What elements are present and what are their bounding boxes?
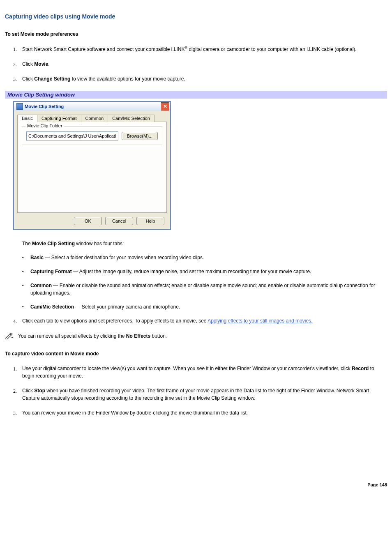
tab-capturing-format[interactable]: Capturing Format: [37, 115, 81, 122]
step-number: 3.: [13, 410, 17, 417]
bold-term: Cam/Mic Selection: [30, 304, 74, 310]
tab-panel-basic: Movie Clip Folder Browse(M)...: [17, 122, 167, 213]
list-item: Cam/Mic Selection — Select your primary …: [22, 303, 387, 311]
step-2: 2. Click Stop when you have finished rec…: [5, 387, 387, 402]
step-text: to view the available options for your m…: [70, 76, 185, 82]
step-4-container: 4. Click each tab to view options and se…: [5, 317, 387, 325]
note-text: You can remove all special effects by cl…: [18, 333, 167, 339]
step-3: 3. You can review your movie in the Find…: [5, 409, 387, 417]
note: You can remove all special effects by cl…: [5, 333, 387, 339]
bold-term: Record: [352, 366, 369, 371]
step-2: 2. Click Movie.: [5, 60, 387, 68]
bold-term: Stop: [34, 388, 45, 394]
list-item: Common — Enable or disable the sound and…: [22, 282, 387, 297]
list-item: Capturing Format — Adjust the image qual…: [22, 268, 387, 275]
capture-steps: 1. Use your digital camcorder to locate …: [5, 365, 387, 417]
section-heading-preferences: To set Movie mode preferences: [5, 31, 387, 37]
page-number: Page 148: [5, 482, 387, 487]
bold-term: Basic: [30, 255, 44, 260]
step-number: 4.: [13, 318, 17, 325]
page-title: Capturing video clips using Movie mode: [5, 13, 387, 20]
step-1: 1. Use your digital camcorder to locate …: [5, 365, 387, 380]
step-text: Click each tab to view options and set p…: [22, 318, 208, 324]
bold-term: Movie: [34, 61, 48, 67]
step-text: when you have finished recording your vi…: [22, 388, 369, 401]
cancel-button[interactable]: Cancel: [105, 217, 133, 225]
step-text: Start Network Smart Capture software and…: [22, 46, 185, 52]
step-text: You can review your movie in the Finder …: [22, 410, 248, 416]
step-number: 2.: [13, 61, 17, 68]
step-text: Click: [22, 61, 34, 67]
step-4: 4. Click each tab to view options and se…: [5, 317, 387, 325]
step-text: Click: [22, 388, 34, 394]
ok-button[interactable]: OK: [74, 217, 102, 225]
help-button[interactable]: Help: [136, 217, 164, 225]
dialog-title: Movie Clip Setting: [25, 104, 64, 109]
tab-description-list: Basic — Select a folder destination for …: [22, 254, 387, 311]
step-number: 2.: [13, 387, 17, 395]
browse-button[interactable]: Browse(M)...: [122, 132, 158, 140]
bold-term: Common: [30, 283, 52, 288]
bold-term: No Effects: [126, 333, 150, 339]
close-icon[interactable]: ✕: [161, 102, 169, 111]
step-text: digital camera or camcorder to your comp…: [187, 46, 357, 52]
preferences-steps: 1. Start Network Smart Capture software …: [5, 45, 387, 83]
step-1: 1. Start Network Smart Capture software …: [5, 45, 387, 53]
tab-common[interactable]: Common: [81, 115, 108, 122]
movie-clip-folder-group: Movie Clip Folder Browse(M)...: [22, 126, 162, 145]
group-label: Movie Clip Folder: [25, 123, 64, 128]
movie-clip-setting-dialog: Movie Clip Setting ✕ Basic Capturing For…: [13, 101, 171, 230]
step-text: .: [48, 61, 49, 67]
bold-term: Capturing Format: [30, 269, 72, 274]
bold-term: Change Setting: [34, 76, 70, 82]
step-number: 1.: [13, 46, 17, 53]
step-3: 3. Click Change Setting to view the avai…: [5, 75, 387, 83]
step-text: Click: [22, 76, 34, 82]
folder-path-input[interactable]: [26, 131, 118, 140]
note-icon: [5, 333, 14, 339]
figure-caption: Movie Clip Setting window: [5, 91, 387, 99]
list-item: Basic — Select a folder destination for …: [22, 254, 387, 261]
tab-basic[interactable]: Basic: [17, 115, 37, 122]
dialog-tabstrip: Basic Capturing Format Common Cam/Mic Se…: [17, 114, 167, 122]
applying-effects-link[interactable]: Applying effects to your still images an…: [208, 318, 312, 324]
section-heading-capture: To capture video content in Movie mode: [5, 351, 387, 357]
step-number: 3.: [13, 76, 17, 83]
step-text: Use your digital camcorder to locate the…: [22, 366, 352, 371]
tabs-intro: The Movie Clip Setting window has four t…: [22, 240, 387, 247]
bold-term: Movie Clip Setting: [32, 241, 75, 246]
tab-cam-mic-selection[interactable]: Cam/Mic Selection: [108, 115, 154, 122]
app-icon: [16, 103, 23, 110]
step-number: 1.: [13, 365, 17, 373]
dialog-titlebar: Movie Clip Setting ✕: [14, 102, 170, 111]
